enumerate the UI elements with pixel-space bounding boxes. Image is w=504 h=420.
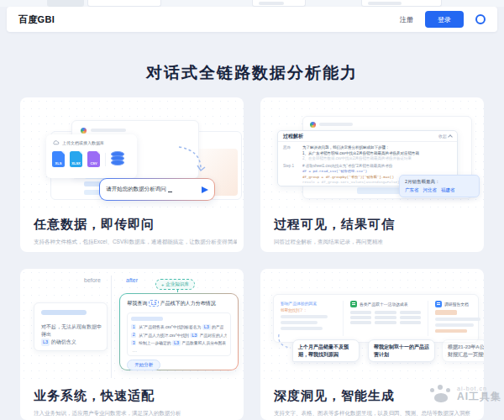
report-col2-title: 各类产品双十一活动达成表 — [360, 302, 408, 307]
result-links: 广东省 河北省 福建省 — [405, 187, 474, 193]
knowledge-base-tag: + 企业知识库 — [155, 279, 195, 290]
top-strip — [0, 0, 504, 7]
xlsx-file-icon: XLSX — [70, 151, 82, 167]
province-link: 福建省 — [441, 187, 455, 193]
l3-chip: L3 — [202, 324, 211, 330]
curved-arrow-icon — [176, 144, 206, 176]
report-col-factors: 影响产品体验的因素 我帮您找到了： — [281, 301, 336, 336]
placeholder-bar — [281, 315, 328, 318]
cloud-upload-icon — [52, 139, 60, 145]
cutoff-bar — [259, 2, 284, 5]
page-title: 对话式全链路数据分析能力 — [0, 62, 504, 84]
step-row: 3 绘制上一步确定的 L3 产品数量和人员分布图表 — [131, 340, 227, 347]
highlight-bar — [435, 329, 467, 333]
l3-chip: L3 — [190, 333, 198, 339]
card-title: 业务系统，快速适配 — [34, 388, 155, 404]
more-ellipsis: … — [132, 349, 227, 352]
analysis-steps-card: 1 从“产品销售表.csv”中找到标签名为 L3 的产品 2 从“产品人力统计.… — [127, 312, 231, 356]
panel-title: 过程解析 — [283, 133, 303, 140]
step-row: 2 从“产品人力统计.csv”中找到 L3 产品对应的人力分布 — [131, 333, 227, 339]
step-label: Step 1 — [283, 164, 298, 186]
divider — [343, 301, 344, 336]
report-col-table: 各类产品双十一活动达成表 — [350, 301, 421, 336]
plus-icon: + — [161, 282, 164, 287]
after-box: 帮我查询 L3 产品线下的人力分布情况 1 从“产品销售表.csv”中找到标签名… — [119, 293, 239, 370]
card-subtitle: 回答过程全解析，查阅结果记录，再问更精准 — [274, 239, 477, 246]
placeholder-bar — [435, 318, 480, 321]
cutoff-bar — [368, 2, 402, 5]
result-popup: 2月销售额最高： 广东省 河北省 福建省 — [399, 175, 480, 197]
step-row: 1 从“产品销售表.csv”中找到标签名为 L3 的产品 — [131, 324, 227, 331]
report-col1-title: 影响产品体验的因素 — [281, 301, 336, 306]
app-logo-dot — [81, 128, 87, 134]
login-button[interactable]: 登录 — [425, 11, 464, 28]
thought-label: 思路 — [283, 145, 298, 162]
card-title: 深度洞见，智能生成 — [274, 388, 395, 404]
divider — [111, 276, 112, 378]
collapse-button[interactable]: 收起 — [438, 134, 452, 139]
placeholder-bar — [435, 323, 474, 327]
before-label: before — [84, 277, 101, 283]
question-bubble: 根据21-23年A公司的财报汇总一页报告 — [442, 339, 484, 362]
ask-input-text: 请开始您的数据分析询问 — [106, 186, 166, 193]
chevron-up-icon — [448, 134, 453, 139]
brand-logo[interactable]: 百度GBI — [18, 13, 55, 26]
start-analysis-pill[interactable]: 开始分析 — [127, 360, 160, 370]
illustration-process: 列出今年2月份销售额最高的省份 过程解析 收起 思路 为了解决该问题，我们决定将… — [260, 97, 484, 213]
process-panel-header: 过程解析 收起 — [278, 131, 457, 142]
card-title: 过程可见，结果可信 — [274, 217, 395, 233]
upload-head: 上传文档或接入数据库 — [52, 139, 104, 145]
placeholder-bar — [281, 327, 323, 330]
card-subtitle: 支持文字、表格、图表等多样化数据呈现，以及归因、预测、总结等数据深入洞察 — [274, 410, 477, 417]
files-row: XLS XLSX CSV — [52, 151, 124, 167]
sheet-file-icon — [350, 301, 357, 307]
app-logo-dot — [310, 122, 316, 128]
after-label: after — [126, 277, 138, 283]
mock-table — [350, 311, 421, 324]
divider — [105, 153, 106, 166]
report-panel: 影响产品体验的因素 我帮您找到了： 各类产品双十一活动达成表 — [273, 294, 479, 343]
paw-logo-icon — [430, 385, 452, 403]
card-title: 任意数据，即传即问 — [34, 217, 155, 233]
thought-line: 2、在全部销售数据.csv中找出2月份销售额最高的省份并验证结果 — [302, 156, 452, 162]
placeholder-bar — [281, 321, 318, 324]
province-link: 河北省 — [423, 187, 438, 193]
before-answer-bubble: 对不起，无法从现有数据中得出 L3 的确切含义 — [34, 302, 108, 351]
upload-card: 上传文档或接入数据库 XLS XLSX CSV — [46, 134, 137, 178]
report-col1-sub: 我帮您找到了： — [281, 308, 336, 312]
xls-file-icon: XLS — [52, 151, 65, 167]
send-icon — [202, 186, 208, 193]
illustration-adapt: before after 对不起，无法从现有数据中得出 L3 的确切含义 + 企… — [20, 269, 244, 385]
watermark-name: AI工具集 — [457, 391, 501, 402]
placeholder-bar — [41, 310, 87, 315]
watermark: ai-bot.cn AI工具集 — [430, 385, 501, 403]
placeholder-bar — [91, 129, 126, 132]
theme-ring-icon[interactable] — [475, 14, 486, 24]
page: 百度GBI 注册 登录 对话式全链路数据分析能力 — [0, 0, 504, 420]
cutoff-bar — [47, 0, 84, 7]
upload-label: 上传文档或接入数据库 — [62, 140, 104, 145]
navbar: 百度GBI 注册 登录 — [7, 7, 497, 32]
highlight-bar — [435, 310, 457, 315]
l3-chip: L3 — [41, 339, 50, 346]
province-link: 广东省 — [405, 187, 419, 193]
l3-chip: L3 — [172, 340, 181, 346]
register-link[interactable]: 注册 — [400, 15, 413, 24]
feature-card-upload: 上传文档或接入数据库 XLS XLSX CSV 请开始您的数据分析询问 — [20, 97, 244, 252]
question-bubble: 上个月产品销量不及预期，帮我找到原因 — [292, 339, 360, 362]
before-answer-text: 对不起，无法从现有数据中得出 L3 的确切含义 — [41, 323, 103, 346]
placeholder-bar — [131, 317, 163, 321]
illustration-upload: 上传文档或接入数据库 XLS XLSX CSV 请开始您的数据分析询问 — [20, 97, 244, 213]
text-cursor — [168, 192, 172, 192]
report-col-doc: 调研报告文档 — [435, 301, 484, 336]
doc-file-icon — [435, 301, 442, 307]
l3-chip-highlight: L3 — [149, 300, 159, 307]
feature-card-process: 列出今年2月份销售额最高的省份 过程解析 收起 思路 为了解决该问题，我们决定将… — [260, 97, 484, 252]
question-bubble: 帮我定制双十一的产品运营计划 — [368, 339, 435, 362]
placeholder-bar — [319, 123, 353, 126]
navbar-actions: 注册 登录 — [400, 11, 486, 28]
result-popup-title: 2月销售额最高： — [405, 179, 474, 185]
feature-card-adapt: before after 对不起，无法从现有数据中得出 L3 的确切含义 + 企… — [20, 269, 244, 420]
card-subtitle: 注入业务知识，适应用户专业问数需求，满足深入的数据分析 — [34, 410, 237, 417]
report-col3-title: 调研报告文档 — [444, 302, 469, 307]
